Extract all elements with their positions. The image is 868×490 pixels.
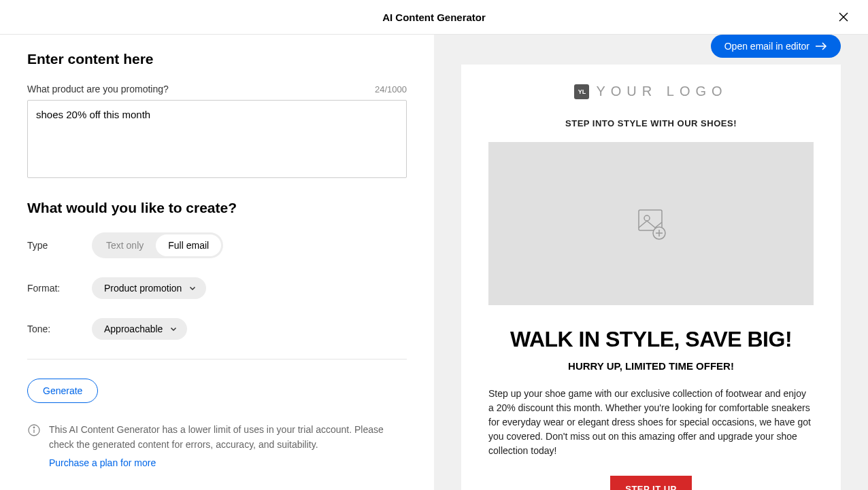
format-dropdown[interactable]: Product promotion (92, 277, 206, 299)
format-row: Format: Product promotion (27, 277, 407, 299)
create-title: What would you like to create? (27, 200, 407, 216)
logo-text: YOUR LOGO (596, 84, 727, 99)
svg-point-7 (644, 215, 650, 221)
svg-point-4 (33, 427, 35, 428)
image-add-icon (632, 205, 670, 243)
info-icon (27, 423, 41, 437)
right-panel: Open email in editor YL YOUR LOGO STEP I… (434, 35, 868, 490)
tone-dropdown[interactable]: Approachable (92, 318, 187, 340)
tone-value: Approachable (104, 323, 163, 334)
main-container: Enter content here What product are you … (0, 35, 868, 490)
prompt-label: What product are you promoting? (27, 84, 169, 94)
info-text-container: This AI Content Generator has a lower li… (49, 422, 407, 470)
left-panel: Enter content here What product are you … (0, 35, 434, 490)
enter-content-title: Enter content here (27, 51, 407, 67)
logo-badge: YL (574, 84, 589, 99)
type-label: Type (27, 240, 92, 251)
email-body: Step up your shoe game with our exclusiv… (488, 387, 814, 458)
type-row: Type Text only Full email (27, 232, 407, 258)
tone-label: Tone: (27, 323, 92, 334)
image-placeholder[interactable] (488, 142, 814, 305)
generate-button[interactable]: Generate (27, 379, 98, 403)
char-count: 24/1000 (375, 84, 407, 94)
open-email-editor-button[interactable]: Open email in editor (711, 35, 841, 58)
type-option-full-email[interactable]: Full email (156, 234, 221, 256)
email-cta-button[interactable]: STEP IT UP (610, 476, 692, 490)
chevron-down-icon (169, 325, 178, 333)
prompt-field-row: What product are you promoting? 24/1000 (27, 84, 407, 94)
prompt-input[interactable] (27, 100, 407, 178)
email-preview: YL YOUR LOGO STEP INTO STYLE WITH OUR SH… (461, 65, 841, 490)
info-row: This AI Content Generator has a lower li… (27, 422, 407, 470)
info-text: This AI Content Generator has a lower li… (49, 424, 384, 450)
arrow-right-icon (815, 41, 827, 51)
close-icon (837, 10, 850, 24)
tone-row: Tone: Approachable (27, 318, 407, 340)
logo-container: YL YOUR LOGO (488, 84, 814, 99)
type-option-text-only[interactable]: Text only (94, 234, 156, 256)
modal-title: AI Content Generator (382, 12, 486, 23)
open-editor-label: Open email in editor (724, 41, 809, 52)
type-toggle: Text only Full email (92, 232, 223, 258)
email-tagline: STEP INTO STYLE WITH OUR SHOES! (488, 118, 814, 128)
chevron-down-icon (188, 284, 197, 292)
close-button[interactable] (833, 6, 854, 28)
format-label: Format: (27, 283, 92, 294)
email-subheadline: HURRY UP, LIMITED TIME OFFER! (488, 360, 814, 372)
format-value: Product promotion (104, 283, 182, 294)
modal-header: AI Content Generator (0, 0, 868, 35)
email-headline: WALK IN STYLE, SAVE BIG! (488, 327, 814, 352)
purchase-plan-link[interactable]: Purchase a plan for more (49, 455, 407, 470)
divider (27, 359, 407, 360)
